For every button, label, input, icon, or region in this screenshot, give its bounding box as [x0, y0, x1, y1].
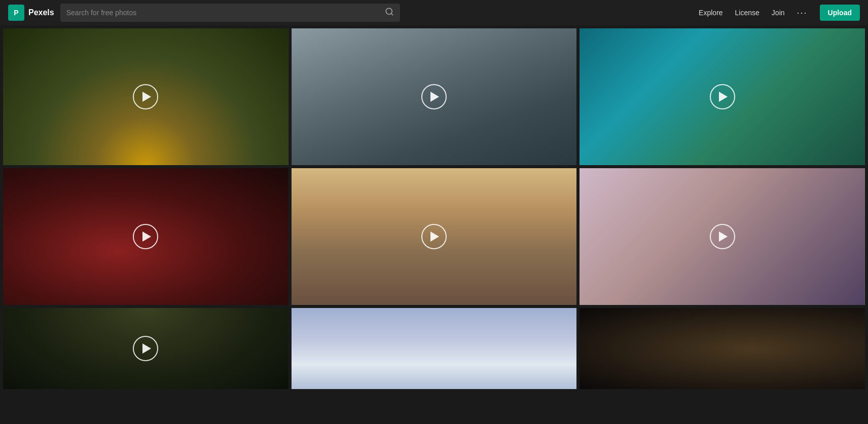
nav-more-button[interactable]: ···: [797, 8, 808, 18]
nav-license[interactable]: License: [735, 9, 760, 17]
logo-icon: P: [8, 5, 24, 21]
upload-button[interactable]: Upload: [820, 5, 860, 21]
video-tile[interactable]: [292, 168, 577, 305]
video-tile[interactable]: [3, 28, 288, 165]
search-icon: [385, 7, 394, 16]
video-thumbnail: [580, 308, 865, 389]
video-thumbnail: [292, 308, 577, 389]
logo-text: Pexels: [28, 8, 54, 17]
video-thumbnail: [580, 168, 865, 305]
svg-line-1: [391, 13, 392, 15]
logo[interactable]: P Pexels: [8, 5, 54, 21]
video-tile[interactable]: [3, 308, 288, 389]
search-button[interactable]: [385, 7, 394, 18]
search-bar: [60, 4, 400, 22]
nav-explore[interactable]: Explore: [699, 9, 722, 17]
video-tile[interactable]: [580, 28, 865, 165]
video-tile[interactable]: [292, 28, 577, 165]
navbar: P Pexels Explore License Join ··· Upload: [0, 0, 868, 25]
search-input[interactable]: [66, 9, 385, 17]
video-tile[interactable]: [580, 168, 865, 305]
video-tile[interactable]: [580, 308, 865, 389]
video-thumbnail: [292, 168, 577, 305]
video-thumbnail: [3, 308, 288, 389]
nav-links: Explore License Join ··· Upload: [699, 5, 860, 21]
video-thumbnail: [3, 28, 288, 165]
video-thumbnail: [3, 168, 288, 305]
video-thumbnail: [292, 28, 577, 165]
video-tile[interactable]: [3, 168, 288, 305]
video-grid: [0, 25, 868, 392]
video-tile[interactable]: [292, 308, 577, 389]
video-thumbnail: [580, 28, 865, 165]
nav-join[interactable]: Join: [772, 9, 785, 17]
